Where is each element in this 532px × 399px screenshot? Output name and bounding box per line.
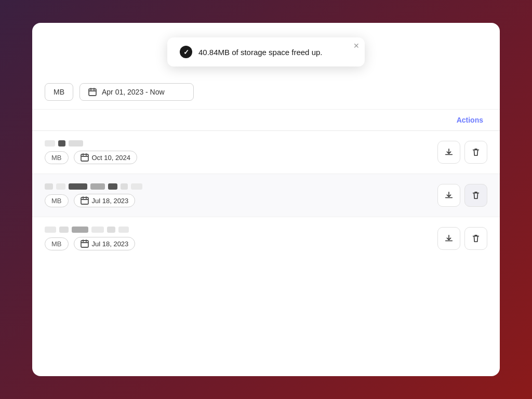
svg-rect-4 — [81, 154, 88, 161]
date-badge: Oct 10, 2024 — [74, 151, 137, 164]
download-button[interactable] — [437, 227, 460, 250]
row-blocks-1 — [45, 140, 437, 147]
download-button[interactable] — [437, 184, 460, 207]
calendar-icon — [81, 153, 89, 162]
trash-icon — [471, 234, 481, 243]
block — [56, 183, 65, 190]
table-row: MB Jul 18, 2023 — [32, 217, 500, 260]
date-label: Oct 10, 2024 — [92, 154, 130, 162]
toast-message: 40.84MB of storage space freed up. — [198, 48, 322, 57]
delete-button[interactable] — [464, 184, 487, 207]
block — [108, 183, 117, 190]
toast-notification: 40.84MB of storage space freed up. ✕ — [167, 37, 365, 66]
size-label: MB — [45, 151, 69, 164]
toast-close-button[interactable]: ✕ — [353, 42, 360, 50]
actions-column-label: Actions — [457, 116, 483, 124]
block — [72, 227, 88, 233]
row-actions-2 — [437, 184, 487, 207]
date-badge: Jul 18, 2023 — [74, 194, 136, 207]
date-range-filter[interactable]: Apr 01, 2023 - Now — [79, 83, 194, 101]
calendar-icon — [81, 240, 89, 248]
block — [90, 183, 105, 190]
block — [45, 183, 53, 190]
block — [45, 227, 56, 233]
delete-button[interactable] — [464, 141, 487, 164]
size-unit-button[interactable]: MB — [45, 83, 73, 101]
download-icon — [444, 234, 454, 243]
toast-check-icon — [180, 46, 192, 58]
download-button[interactable] — [437, 141, 460, 164]
block — [59, 227, 69, 233]
date-label: Jul 18, 2023 — [92, 240, 129, 248]
row-left-3: MB Jul 18, 2023 — [45, 227, 437, 250]
size-label: MB — [45, 194, 69, 207]
calendar-icon — [88, 88, 97, 96]
row-actions-3 — [437, 227, 487, 250]
block — [58, 140, 65, 147]
row-blocks-2 — [45, 183, 437, 190]
row-left-2: MB Jul 18, 2023 — [45, 183, 437, 207]
download-icon — [444, 148, 454, 157]
date-range-label: Apr 01, 2023 - Now — [102, 88, 165, 96]
block — [69, 183, 87, 190]
block — [121, 183, 128, 190]
size-label: MB — [45, 237, 69, 250]
table-row: MB Jul 18, 2023 — [32, 174, 500, 217]
block — [107, 227, 115, 233]
download-icon — [444, 191, 454, 200]
svg-rect-0 — [89, 89, 96, 96]
main-card: 40.84MB of storage space freed up. ✕ MB … — [32, 23, 500, 376]
row-meta-2: MB Jul 18, 2023 — [45, 194, 437, 207]
date-label: Jul 18, 2023 — [92, 197, 129, 205]
block — [69, 140, 83, 147]
trash-icon — [471, 148, 481, 157]
block — [91, 227, 104, 233]
delete-button[interactable] — [464, 227, 487, 250]
row-meta-1: MB Oct 10, 2024 — [45, 151, 437, 164]
row-actions-1 — [437, 141, 487, 164]
svg-rect-8 — [81, 197, 88, 204]
table-row: MB Oct 10, 2024 — [32, 131, 500, 174]
block — [118, 227, 129, 233]
svg-rect-12 — [81, 241, 88, 247]
row-left-1: MB Oct 10, 2024 — [45, 140, 437, 164]
block — [45, 140, 55, 147]
block — [131, 183, 142, 190]
row-blocks-3 — [45, 227, 437, 233]
trash-icon — [471, 191, 481, 200]
calendar-icon — [81, 196, 89, 205]
filter-row: MB Apr 01, 2023 - Now — [32, 75, 500, 110]
date-badge: Jul 18, 2023 — [74, 237, 136, 250]
table-header: Actions — [32, 110, 500, 131]
row-meta-3: MB Jul 18, 2023 — [45, 237, 437, 250]
